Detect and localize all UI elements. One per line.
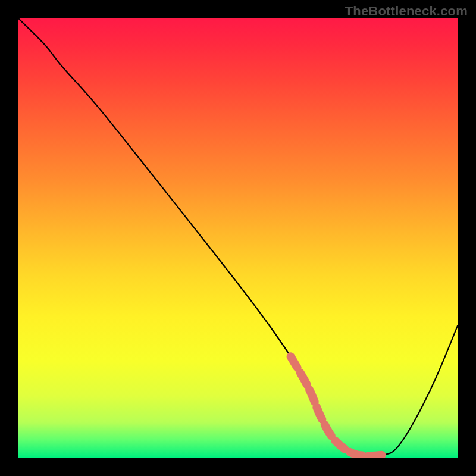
highlight-band <box>291 356 383 456</box>
attribution-label: TheBottleneck.com <box>345 4 468 19</box>
plot-area <box>18 18 458 458</box>
curve-overlay <box>18 18 458 458</box>
bottleneck-curve <box>18 18 458 456</box>
chart-container: TheBottleneck.com <box>0 0 476 476</box>
